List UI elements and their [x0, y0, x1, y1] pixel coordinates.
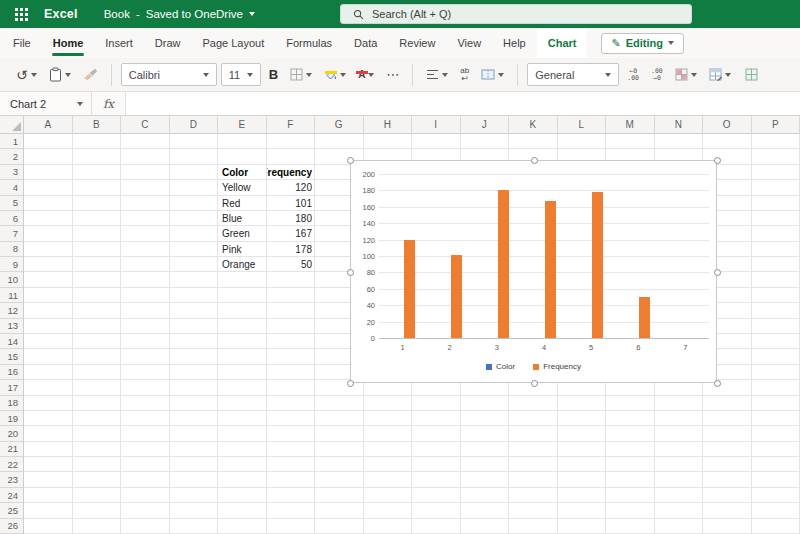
row-header-26[interactable]: 26	[0, 519, 23, 534]
cell-frequency-red[interactable]: 101	[267, 196, 316, 211]
row-header-1[interactable]: 1	[0, 134, 23, 149]
tab-file[interactable]: File	[2, 28, 42, 58]
editing-mode-button[interactable]: ✎ Editing	[601, 33, 684, 54]
row-header-6[interactable]: 6	[0, 211, 23, 226]
cell-frequency-orange[interactable]: 50	[267, 257, 316, 272]
tab-review[interactable]: Review	[388, 28, 446, 58]
tab-view[interactable]: View	[446, 28, 492, 58]
name-box[interactable]: Chart 2	[0, 92, 92, 115]
row-header-25[interactable]: 25	[0, 503, 23, 518]
row-header-16[interactable]: 16	[0, 365, 23, 380]
chart-object[interactable]: 0204060801001201401601802001234567ColorF…	[350, 160, 717, 383]
format-painter-button[interactable]	[79, 62, 102, 88]
tab-data[interactable]: Data	[343, 28, 388, 58]
column-header-P[interactable]: P	[752, 116, 800, 134]
tab-insert[interactable]: Insert	[94, 28, 144, 58]
column-header-J[interactable]: J	[461, 116, 510, 134]
search-input[interactable]: Search (Alt + Q)	[340, 4, 692, 24]
row-header-11[interactable]: 11	[0, 288, 23, 303]
fill-color-button[interactable]	[320, 62, 350, 88]
column-header-I[interactable]: I	[412, 116, 461, 134]
column-header-K[interactable]: K	[509, 116, 558, 134]
column-header-C[interactable]: C	[121, 116, 170, 134]
column-header-A[interactable]: A	[24, 116, 73, 134]
conditional-formatting-button[interactable]	[671, 62, 701, 88]
row-header-21[interactable]: 21	[0, 442, 23, 457]
cell-color-red[interactable]: Red	[218, 196, 267, 211]
format-as-table-button[interactable]	[705, 62, 735, 88]
row-header-10[interactable]: 10	[0, 272, 23, 287]
row-header-2[interactable]: 2	[0, 149, 23, 164]
merge-center-button[interactable]	[477, 62, 508, 88]
tab-page-layout[interactable]: Page Layout	[191, 28, 275, 58]
bar-category-6[interactable]	[639, 297, 650, 338]
column-header-E[interactable]: E	[218, 116, 267, 134]
insert-cells-button[interactable]	[741, 62, 762, 88]
bar-category-1[interactable]	[404, 240, 415, 338]
cell-frequency-yellow[interactable]: 120	[267, 180, 316, 195]
tab-formulas[interactable]: Formulas	[275, 28, 343, 58]
cell-frequency-pink[interactable]: 178	[267, 242, 316, 257]
bar-category-2[interactable]	[451, 255, 462, 338]
column-header-N[interactable]: N	[655, 116, 704, 134]
row-header-13[interactable]: 13	[0, 319, 23, 334]
bar-category-4[interactable]	[545, 201, 556, 338]
tab-draw[interactable]: Draw	[144, 28, 192, 58]
cell-color-green[interactable]: Green	[218, 226, 267, 241]
row-header-17[interactable]: 17	[0, 380, 23, 395]
font-color-button[interactable]: A	[354, 62, 378, 88]
wrap-text-button[interactable]: ab ↩	[456, 62, 473, 88]
column-header-B[interactable]: B	[73, 116, 122, 134]
column-header-F[interactable]: F	[267, 116, 316, 134]
tab-chart[interactable]: Chart	[537, 28, 588, 58]
cell-color-blue[interactable]: Blue	[218, 211, 267, 226]
selection-handle[interactable]	[531, 380, 538, 387]
row-header-22[interactable]: 22	[0, 457, 23, 472]
row-header-5[interactable]: 5	[0, 196, 23, 211]
column-header-O[interactable]: O	[703, 116, 752, 134]
insert-function-button[interactable]: fx	[92, 92, 126, 115]
bar-category-3[interactable]	[498, 190, 509, 338]
tab-home[interactable]: Home	[42, 28, 95, 58]
more-formatting-button[interactable]: ⋯	[382, 62, 403, 88]
row-header-4[interactable]: 4	[0, 180, 23, 195]
selection-handle[interactable]	[347, 269, 354, 276]
cell-color-header[interactable]: Color	[218, 165, 267, 180]
column-header-D[interactable]: D	[170, 116, 219, 134]
row-header-18[interactable]: 18	[0, 396, 23, 411]
bold-button[interactable]: B	[265, 62, 282, 88]
borders-button[interactable]	[286, 62, 316, 88]
column-header-G[interactable]: G	[315, 116, 364, 134]
row-header-20[interactable]: 20	[0, 426, 23, 441]
column-header-L[interactable]: L	[558, 116, 607, 134]
bar-category-5[interactable]	[592, 192, 603, 338]
cell-color-yellow[interactable]: Yellow	[218, 180, 267, 195]
cell-frequency-header[interactable]: Frequency	[267, 165, 316, 180]
font-name-select[interactable]: Calibri	[121, 63, 217, 86]
number-format-select[interactable]: General	[527, 63, 619, 86]
increase-decimal-button[interactable]: ←0 .00	[623, 62, 643, 88]
selection-handle[interactable]	[714, 269, 721, 276]
row-header-7[interactable]: 7	[0, 226, 23, 241]
font-size-select[interactable]: 11	[221, 63, 261, 86]
app-launcher-icon[interactable]	[8, 0, 34, 28]
document-title[interactable]: Book - Saved to OneDrive	[104, 8, 255, 20]
selection-handle[interactable]	[714, 157, 721, 164]
selection-handle[interactable]	[714, 380, 721, 387]
cell-color-orange[interactable]: Orange	[218, 257, 267, 272]
cell-color-pink[interactable]: Pink	[218, 242, 267, 257]
row-header-9[interactable]: 9	[0, 257, 23, 272]
undo-button[interactable]: ↺	[12, 62, 41, 88]
row-header-23[interactable]: 23	[0, 472, 23, 487]
column-header-M[interactable]: M	[606, 116, 655, 134]
selection-handle[interactable]	[347, 380, 354, 387]
formula-input[interactable]	[126, 92, 800, 115]
row-header-24[interactable]: 24	[0, 488, 23, 503]
paste-button[interactable]	[45, 62, 75, 88]
row-header-14[interactable]: 14	[0, 334, 23, 349]
tab-help[interactable]: Help	[492, 28, 537, 58]
selection-handle[interactable]	[347, 157, 354, 164]
row-header-3[interactable]: 3	[0, 165, 23, 180]
row-header-19[interactable]: 19	[0, 411, 23, 426]
selection-handle[interactable]	[531, 157, 538, 164]
